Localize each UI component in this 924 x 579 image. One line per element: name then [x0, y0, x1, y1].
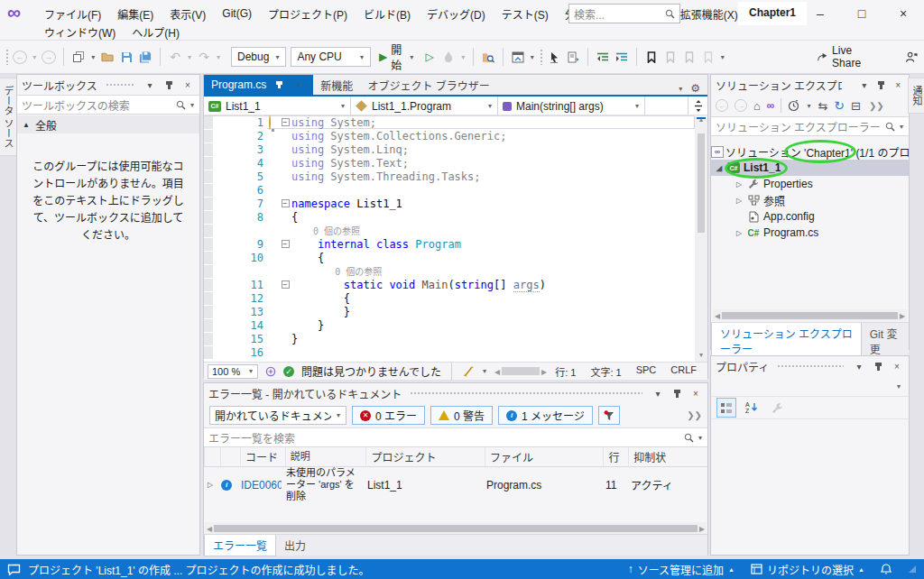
code-cleanup-icon[interactable] [462, 365, 475, 377]
solution-configuration-dropdown[interactable]: Debug ▾ [231, 47, 286, 67]
column-header[interactable]: ファイル [485, 447, 603, 466]
new-project-icon[interactable] [71, 47, 86, 67]
fold-marker[interactable]: − [279, 199, 291, 207]
scrollbar-thumb[interactable] [214, 525, 698, 532]
codelens-references[interactable]: 0 個の参照 [291, 224, 360, 237]
menu-item[interactable]: ビルド(B) [356, 6, 419, 22]
project-dropdown[interactable]: C# List1_1 ▾ [204, 96, 351, 115]
hot-reload-icon[interactable] [441, 47, 456, 67]
error-code-link[interactable]: IDE0060 [236, 479, 282, 492]
error-row[interactable]: ▷iIDE0060未使用のパラメーター 'args' を削除List1_1Pro… [204, 467, 707, 502]
menu-item[interactable]: ウィンドウ(W) [36, 24, 124, 40]
properties-object-dropdown[interactable]: ▾ [713, 377, 907, 395]
window-position-icon[interactable]: ▾ [651, 386, 665, 400]
maximize-button[interactable]: □ [841, 0, 882, 27]
menu-item[interactable]: デバッグ(D) [419, 6, 494, 22]
error-panel-tab[interactable]: 出力 [276, 535, 314, 556]
code-structure-icon[interactable] [566, 47, 580, 67]
chevron-down-icon[interactable]: ▾ [530, 53, 535, 61]
categorized-view-button[interactable] [716, 398, 736, 418]
previous-bookmark-icon[interactable] [663, 47, 678, 67]
pin-icon[interactable] [871, 359, 885, 373]
notifications-tab[interactable]: 通知 [908, 78, 924, 114]
menu-item[interactable]: プロジェクト(P) [260, 6, 356, 22]
close-icon[interactable]: × [291, 78, 306, 92]
menu-item[interactable]: ヘルプ(H) [124, 24, 188, 40]
menu-item[interactable]: 編集(E) [109, 6, 162, 22]
chevron-down-icon[interactable]: ▾ [806, 102, 811, 110]
titlebar-search-input[interactable]: 検索... [568, 4, 680, 23]
scrollbar-thumb[interactable] [698, 133, 705, 233]
solution-platform-dropdown[interactable]: Any CPU ▾ [291, 47, 371, 67]
home-icon[interactable]: ⌂ [753, 99, 761, 113]
editor-tab[interactable]: 新機能 [313, 75, 360, 95]
solution-explorer-horizontal-scrollbar[interactable]: ◂ ▸ [713, 309, 907, 321]
error-list-search-input[interactable]: エラー一覧を検索 ▾ [204, 427, 707, 447]
menu-item[interactable]: Git(G) [214, 7, 260, 20]
close-button[interactable]: × [882, 0, 924, 27]
close-icon[interactable]: × [688, 386, 703, 400]
sync-with-active-document-icon[interactable]: ⇆ [818, 99, 827, 113]
window-position-icon[interactable]: ▾ [852, 359, 866, 373]
health-check-icon[interactable]: ✓ [283, 366, 294, 377]
live-share-button[interactable]: Live Share [817, 44, 874, 69]
scroll-right-icon[interactable]: ▸ [699, 522, 705, 535]
collapse-all-icon[interactable]: ⊟ [851, 99, 861, 113]
chevron-down-icon[interactable]: ▾ [32, 53, 37, 61]
expander-icon[interactable]: ▷ [733, 229, 745, 237]
find-in-files-icon[interactable] [481, 47, 495, 67]
property-pages-button[interactable] [767, 398, 787, 418]
toolbox-section-general[interactable]: ▲ 全般 [17, 115, 199, 133]
chevron-down-icon[interactable]: ▾ [482, 367, 487, 375]
increase-indent-icon[interactable] [614, 47, 629, 67]
chevron-down-icon[interactable]: ▾ [460, 53, 466, 61]
codelens-references[interactable]: 0 個の参照 [291, 264, 382, 278]
open-folder-icon[interactable] [100, 47, 115, 67]
scroll-left-icon[interactable]: ◂ [715, 309, 720, 322]
toggle-bookmark-icon[interactable] [644, 47, 659, 67]
feedback-bubble-icon[interactable] [7, 564, 21, 575]
toolbox-search-input[interactable]: ツールボックスの検索 ▾ [17, 95, 199, 115]
column-header[interactable]: プロジェクト [365, 447, 484, 466]
gear-icon[interactable]: ⚙ [690, 82, 700, 95]
back-icon[interactable]: ← [716, 99, 728, 112]
window-position-icon[interactable]: ▾ [858, 78, 871, 92]
split-editor-button[interactable] [688, 96, 707, 115]
code-editor[interactable]: 1−using System;2using System.Collections… [204, 115, 707, 362]
errors-filter-button[interactable]: ✕ 0 エラー [352, 406, 425, 425]
member-dropdown[interactable]: Main(string[] args) ▾ [498, 96, 645, 115]
overflow-icon[interactable]: ❯❯ [869, 101, 884, 111]
chevron-down-icon[interactable]: ▾ [90, 53, 96, 61]
tree-item-app-config[interactable]: App.config [711, 208, 909, 225]
chevron-down-icon[interactable]: ▾ [187, 53, 192, 61]
undo-icon[interactable]: ↶ [168, 47, 182, 67]
column-header[interactable] [204, 447, 220, 466]
messages-filter-button[interactable]: i 1 メッセージ [498, 406, 593, 425]
tree-item-properties[interactable]: ▷Properties [711, 176, 909, 192]
insert-mode-indicator[interactable]: SPC [636, 364, 657, 379]
line-ending-indicator[interactable]: CRLF [670, 364, 697, 379]
editor-tab[interactable]: オブジェクト ブラウザー [360, 75, 496, 95]
expander-icon[interactable]: ▷ [204, 481, 217, 489]
scroll-right-icon[interactable]: ▸ [541, 365, 547, 378]
data-sources-tab[interactable]: データ ソース [0, 78, 17, 156]
scroll-down-icon[interactable]: ▾ [699, 351, 703, 362]
error-list-horizontal-scrollbar[interactable]: ◂ ▸ [205, 522, 707, 534]
editor-vertical-scrollbar[interactable]: ▴ ▾ [695, 115, 707, 362]
zoom-dropdown[interactable]: 100 % ▾ [208, 364, 258, 379]
column-header[interactable]: 抑制状 [628, 447, 707, 466]
toolbar-grip[interactable] [5, 49, 8, 65]
drag-grip[interactable] [106, 83, 134, 87]
add-to-source-control-button[interactable]: ↑ ソース管理に追加 ▲ [628, 562, 735, 577]
clear-bookmarks-icon[interactable] [701, 47, 716, 67]
column-header[interactable]: 説明 [285, 447, 366, 466]
refresh-icon[interactable]: ↻ [834, 98, 845, 113]
decrease-indent-icon[interactable] [596, 47, 610, 67]
warnings-filter-button[interactable]: 0 警告 [430, 406, 493, 425]
tree-item-program-cs[interactable]: ▷C#Program.cs [711, 225, 909, 241]
save-all-icon[interactable] [138, 47, 152, 67]
start-debugging-button[interactable]: ▶ 開始 ▾ [375, 47, 418, 67]
navigate-back-icon[interactable]: ← [13, 51, 27, 64]
fold-marker[interactable]: − [279, 240, 291, 248]
close-icon[interactable]: × [890, 359, 904, 373]
